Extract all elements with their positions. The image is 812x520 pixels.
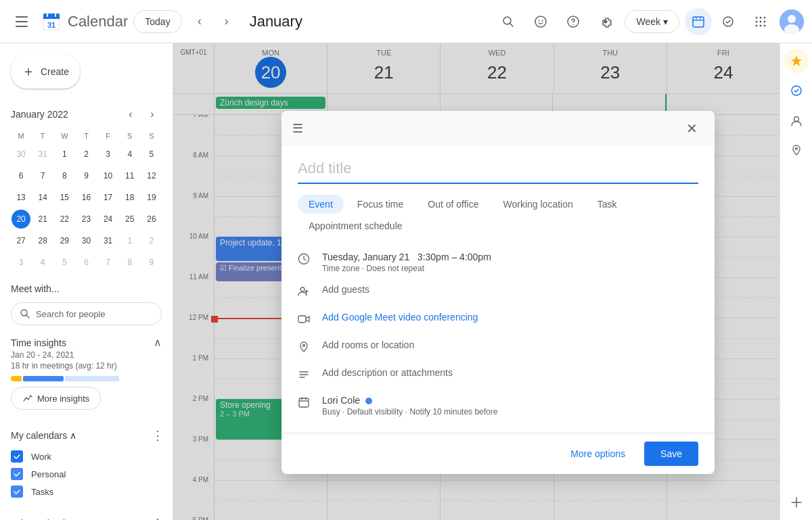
insights-collapse-button[interactable]: ∧ <box>154 336 162 349</box>
mini-cal-day[interactable]: 3 <box>12 253 30 272</box>
svg-point-48 <box>794 117 798 122</box>
mini-cal-day[interactable]: 22 <box>55 210 74 229</box>
mini-cal-day[interactable]: 3 <box>99 145 118 164</box>
mini-cal-day[interactable]: 6 <box>76 253 95 272</box>
mini-cal-day[interactable]: 14 <box>33 188 52 207</box>
tab-working-location[interactable]: Working location <box>493 195 584 214</box>
mini-cal-prev[interactable]: ‹ <box>121 105 140 124</box>
mini-cal-day[interactable]: 4 <box>120 145 139 164</box>
modal-footer: More options Save <box>281 433 715 474</box>
mini-cal-day[interactable]: 7 <box>33 166 52 185</box>
mini-cal-day[interactable]: 9 <box>76 166 95 185</box>
mini-cal-day[interactable]: 2 <box>76 145 95 164</box>
svg-rect-1 <box>16 21 28 22</box>
next-button[interactable]: › <box>215 9 239 34</box>
add-location-text[interactable]: Add rooms or location <box>322 339 698 350</box>
event-datetime[interactable]: Tuesday, January 21 3:30pm – 4:00pm <box>322 252 698 262</box>
settings-button[interactable] <box>592 8 619 35</box>
mini-cal-day[interactable]: 24 <box>99 210 118 229</box>
mini-cal-day[interactable]: 1 <box>120 231 139 250</box>
create-button[interactable]: ＋ Calendar Create <box>11 54 80 89</box>
mini-cal-day[interactable]: 10 <box>99 166 118 185</box>
mini-cal-day[interactable]: 23 <box>76 210 95 229</box>
event-creation-modal: ☰ ✕ Event Focus time Out of office Worki… <box>281 111 715 474</box>
emoji-button[interactable] <box>527 8 554 35</box>
mini-cal-day[interactable]: 27 <box>12 231 30 250</box>
search-button[interactable] <box>495 8 522 35</box>
mini-cal-day[interactable]: 1 <box>55 145 74 164</box>
mini-cal-day[interactable]: 7 <box>99 253 118 272</box>
more-options-button[interactable]: More options <box>560 443 636 465</box>
mini-cal-day[interactable]: 25 <box>120 210 139 229</box>
mini-cal-day[interactable]: 5 <box>55 253 74 272</box>
mini-cal-day[interactable]: 9 <box>142 253 161 272</box>
other-calendar-menu-button[interactable]: ⋮ <box>148 514 167 520</box>
location-icon <box>298 341 311 356</box>
mini-cal-day[interactable]: 6 <box>12 166 30 185</box>
more-insights-button[interactable]: More insights <box>11 387 101 410</box>
calendar-view-icon[interactable] <box>685 8 712 35</box>
tab-event[interactable]: Event <box>298 195 344 214</box>
add-calendar-button[interactable]: ⋮ <box>148 426 167 445</box>
calendar-item-personal[interactable]: Personal <box>0 465 173 483</box>
mini-cal-day[interactable]: 30 <box>76 231 95 250</box>
mini-cal-day[interactable]: 8 <box>120 253 139 272</box>
mini-cal-day[interactable]: 15 <box>55 188 74 207</box>
help-button[interactable] <box>560 8 587 35</box>
mini-cal-day[interactable]: 31 <box>99 231 118 250</box>
prev-button[interactable]: ‹ <box>187 9 212 34</box>
mini-cal-day[interactable]: 8 <box>55 166 74 185</box>
mini-cal-day[interactable]: 5 <box>142 145 161 164</box>
mini-cal-day[interactable]: 4 <box>33 253 52 272</box>
tasks-panel-icon[interactable] <box>784 78 809 103</box>
my-calendars-header: My calendars ∧ ⋮ <box>0 423 173 448</box>
mini-cal-day[interactable]: 28 <box>33 231 52 250</box>
tab-task[interactable]: Task <box>587 195 628 214</box>
mini-cal-next[interactable]: › <box>143 105 162 124</box>
mini-cal-day[interactable]: 17 <box>99 188 118 207</box>
calendar-item-work[interactable]: Work <box>0 448 173 465</box>
svg-point-13 <box>539 20 540 21</box>
video-icon <box>298 313 311 329</box>
mini-cal-day[interactable]: 30 <box>12 145 30 164</box>
user-avatar[interactable] <box>780 9 804 34</box>
mini-cal-day[interactable]: 26 <box>142 210 161 229</box>
mini-cal-day[interactable]: 21 <box>33 210 52 229</box>
event-title-input[interactable] <box>298 157 698 184</box>
keep-icon[interactable] <box>784 49 809 73</box>
mini-cal-day-today[interactable]: 20 <box>12 210 30 229</box>
save-button[interactable]: Save <box>644 442 698 466</box>
mini-cal-day[interactable]: 19 <box>142 188 161 207</box>
mini-cal-day[interactable]: 2 <box>142 231 161 250</box>
search-people-input[interactable]: Search for people <box>11 302 162 325</box>
modal-overlay[interactable]: ☰ ✕ Event Focus time Out of office Worki… <box>173 43 780 520</box>
mini-cal-day[interactable]: 12 <box>142 166 161 185</box>
tab-appointment-schedule[interactable]: Appointment schedule <box>298 216 413 235</box>
contacts-icon[interactable] <box>784 108 809 133</box>
today-button[interactable]: Today <box>133 10 181 33</box>
add-guests-text[interactable]: Add guests <box>322 284 698 295</box>
calendar-item-tasks[interactable]: Tasks <box>0 483 173 500</box>
mini-cal-day[interactable]: 16 <box>76 188 95 207</box>
my-calendars-label[interactable]: My calendars ∧ <box>11 430 76 441</box>
view-selector[interactable]: Week ▾ <box>625 10 679 33</box>
calendar-name[interactable]: Lori Cole <box>322 395 698 406</box>
mini-cal-day[interactable]: 29 <box>55 231 74 250</box>
tab-focus-time[interactable]: Focus time <box>346 195 414 214</box>
add-description-text[interactable]: Add description or attachments <box>322 367 698 378</box>
tasks-view-icon[interactable] <box>715 8 742 35</box>
svg-rect-38 <box>298 316 306 323</box>
add-panel-icon[interactable] <box>784 490 809 515</box>
maps-icon[interactable] <box>784 138 809 162</box>
mini-cal-day[interactable]: 13 <box>12 188 30 207</box>
modal-close-button[interactable]: ✕ <box>679 116 704 141</box>
menu-icon[interactable] <box>8 8 35 35</box>
add-other-calendar-button[interactable]: ＋ <box>128 514 147 520</box>
tab-out-of-office[interactable]: Out of office <box>417 195 489 214</box>
mini-cal-day[interactable]: 11 <box>120 166 139 185</box>
add-meet-link[interactable]: Add Google Meet video conferencing <box>322 312 698 323</box>
mini-cal-day[interactable]: 31 <box>33 145 52 164</box>
apps-button[interactable] <box>747 8 774 35</box>
mini-cal-day[interactable]: 18 <box>120 188 139 207</box>
app-logo[interactable]: 31 Calendar <box>41 11 128 32</box>
